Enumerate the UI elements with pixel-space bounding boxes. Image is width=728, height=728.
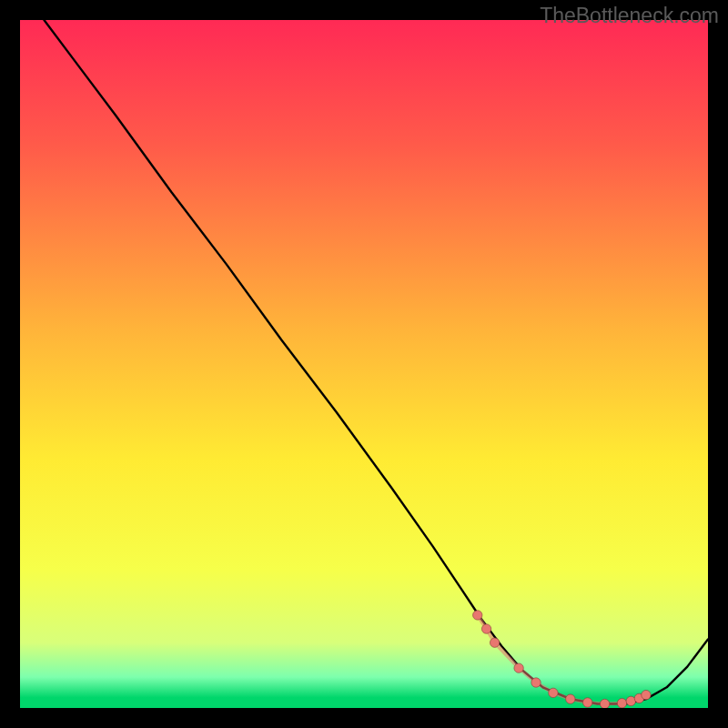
optimum-marker: [473, 611, 482, 620]
optimum-marker: [490, 638, 499, 647]
optimum-marker: [549, 688, 558, 697]
gradient-background: [20, 20, 708, 708]
optimum-marker: [481, 624, 490, 633]
optimum-marker: [514, 663, 523, 672]
plot-area: [20, 20, 708, 708]
bottleneck-curve-chart: [20, 20, 708, 708]
optimum-marker: [531, 678, 541, 687]
optimum-marker: [583, 698, 592, 707]
optimum-marker: [642, 690, 651, 699]
watermark-text: TheBottleneck.com: [540, 4, 719, 28]
optimum-marker: [617, 699, 626, 708]
chart-frame: TheBottleneck.com: [0, 0, 728, 728]
optimum-marker: [566, 694, 575, 703]
optimum-marker: [600, 699, 609, 708]
